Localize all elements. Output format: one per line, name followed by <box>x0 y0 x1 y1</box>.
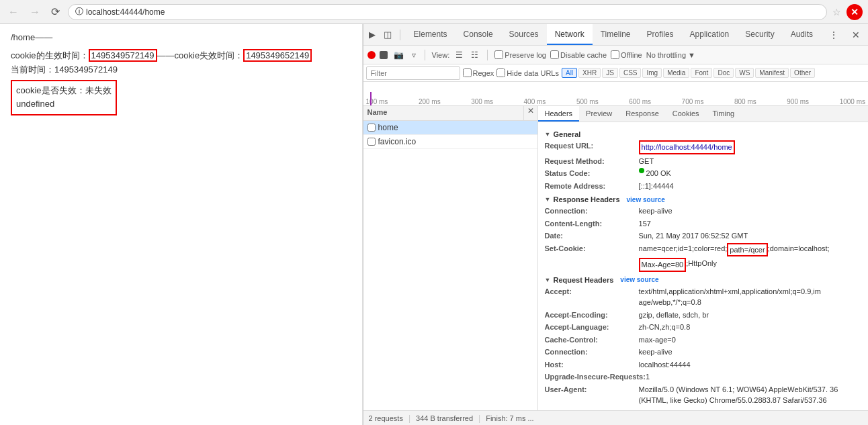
host-label: Host: <box>545 359 639 371</box>
response-view-source[interactable]: view source <box>627 196 665 203</box>
inspect-button[interactable]: ▶ <box>366 28 378 41</box>
headers-content: General Request URL: http://localhost:44… <box>538 122 868 410</box>
tl-700: 700 ms <box>682 98 704 105</box>
request-headers-title[interactable]: Request Headers view source <box>545 276 861 284</box>
filter-doc[interactable]: Doc <box>713 68 734 78</box>
request-item-favicon[interactable]: favicon.ico <box>363 135 537 149</box>
status-code-val: 200 OK <box>646 168 671 179</box>
remote-address-row: Remote Address: [::1]:44444 <box>545 181 861 192</box>
set-cookie-row: Set-Cookie: name=qcer;id=1;color=red;pat… <box>545 243 861 257</box>
resp-connection-val: keep-alive <box>639 205 672 217</box>
filter-media[interactable]: Media <box>663 68 689 78</box>
response-headers-title[interactable]: Response Headers view source <box>545 195 861 203</box>
accept-row: Accept: text/html,application/xhtml+xml,… <box>545 286 861 308</box>
disable-cache-checkbox[interactable]: Disable cache <box>550 50 607 59</box>
general-section-title[interactable]: General <box>545 130 861 138</box>
filter-input[interactable] <box>366 66 460 80</box>
requests-count: 2 requests <box>369 414 403 422</box>
filter-font[interactable]: Font <box>691 68 712 78</box>
grid-view-button[interactable]: ☷ <box>469 50 480 60</box>
request-view-source[interactable]: view source <box>620 276 658 283</box>
tab-elements[interactable]: Elements <box>406 24 455 45</box>
view-label: View: <box>432 51 450 59</box>
browser-bar: ← → ⟳ ⓘ localhost:44444/home ☆ ✕ <box>0 0 868 24</box>
set-cookie-httponly: ;HttpOnly <box>686 258 717 272</box>
request-url-val: http://localhost:44444/home <box>639 140 735 154</box>
content-length-val: 157 <box>639 218 651 230</box>
main-content: /home—— cookie的生效时间：1495349572149——cooki… <box>0 24 868 425</box>
request-item-home[interactable]: home <box>363 121 537 135</box>
filter-css[interactable]: CSS <box>619 68 642 78</box>
lock-icon: ⓘ <box>75 6 83 17</box>
req-checkbox-favicon[interactable] <box>367 138 376 146</box>
network-toolbar: 📷 ▿ View: ☰ ☷ Preserve log Disable cache… <box>363 46 868 64</box>
bookmark-button[interactable]: ☆ <box>832 7 841 17</box>
filter-ws[interactable]: WS <box>735 68 754 78</box>
request-list: Name ✕ home favicon.ico <box>363 106 538 410</box>
host-row: Host: localhost:44444 <box>545 359 861 371</box>
filter-other[interactable]: Other <box>790 68 815 78</box>
cache-control-label: Cache-Control: <box>545 334 639 346</box>
record-button[interactable] <box>367 51 376 59</box>
host-val: localhost:44444 <box>639 359 691 371</box>
status-sep1: | <box>408 414 410 423</box>
detail-tab-headers[interactable]: Headers <box>538 106 580 122</box>
filter-xhr[interactable]: XHR <box>578 68 601 78</box>
back-button[interactable]: ← <box>5 5 21 19</box>
tab-sources[interactable]: Sources <box>501 24 547 45</box>
detail-tab-response[interactable]: Response <box>619 106 666 122</box>
camera-button[interactable]: 📷 <box>392 50 406 60</box>
current-time-label: 当前时间： <box>11 64 54 75</box>
offline-checkbox[interactable]: Offline <box>611 50 642 59</box>
set-cookie-maxage-row: Max-Age=80;HttpOnly <box>545 258 861 272</box>
set-cookie-highlight: path=/qcer <box>727 243 767 257</box>
url-text[interactable]: localhost:44444/home <box>86 7 165 17</box>
cookie-result-label: cookie是否失效：未失效 <box>16 84 112 98</box>
filter-js[interactable]: JS <box>602 68 618 78</box>
extension-button[interactable]: ✕ <box>847 4 863 20</box>
tl-1000: 1000 ms <box>840 98 865 105</box>
filter-bar: Regex Hide data URLs All XHR JS CSS Img … <box>363 64 868 82</box>
accept-label: Accept: <box>545 286 639 308</box>
tab-audits[interactable]: Audits <box>783 24 821 45</box>
req-checkbox-home[interactable] <box>367 124 376 132</box>
forward-button[interactable]: → <box>27 5 43 19</box>
set-cookie-label: Set-Cookie: <box>545 243 639 257</box>
tab-console[interactable]: Console <box>455 24 501 45</box>
filter-button[interactable]: ▿ <box>410 50 418 60</box>
req-connection-label: Connection: <box>545 346 639 358</box>
detail-tab-preview[interactable]: Preview <box>579 106 619 122</box>
request-list-header: Name ✕ <box>363 106 537 121</box>
preserve-log-checkbox[interactable]: Preserve log <box>494 50 546 59</box>
nt-sep2 <box>487 50 488 60</box>
cookie-effective-label: cookie的生效时间： <box>11 50 89 60</box>
filter-img[interactable]: Img <box>642 68 662 78</box>
detail-tabs: Headers Preview Response Cookies Timing <box>538 106 868 122</box>
tab-network[interactable]: Network <box>547 24 593 45</box>
regex-checkbox[interactable]: Regex <box>463 68 494 77</box>
tab-security[interactable]: Security <box>737 24 782 45</box>
user-agent-val: Mozilla/5.0 (Windows NT 6.1; WOW64) Appl… <box>639 384 861 406</box>
cookie-info: cookie的生效时间：1495349572149——cookie失效时间：14… <box>11 49 351 115</box>
status-sep2: | <box>478 414 480 423</box>
status-code-label: Status Code: <box>545 168 639 179</box>
close-devtools-button[interactable]: ✕ <box>847 30 865 40</box>
tab-application[interactable]: Application <box>682 24 738 45</box>
hide-data-checkbox[interactable]: Hide data URLs <box>496 68 559 77</box>
filter-all[interactable]: All <box>562 68 577 78</box>
details-panel: Headers Preview Response Cookies Timing … <box>538 106 868 410</box>
tab-profiles[interactable]: Profiles <box>639 24 682 45</box>
stop-button[interactable] <box>380 51 388 59</box>
tab-timeline[interactable]: Timeline <box>593 24 639 45</box>
request-method-label: Request Method: <box>545 156 639 167</box>
filter-manifest[interactable]: Manifest <box>755 68 789 78</box>
more-tabs-button[interactable]: ⋮ <box>824 30 844 40</box>
detail-tab-timing[interactable]: Timing <box>706 106 742 122</box>
detail-tab-cookies[interactable]: Cookies <box>666 106 706 122</box>
throttle-select[interactable]: No throttling ▼ <box>646 51 695 59</box>
toolbar-separator <box>400 30 400 40</box>
accept-language-row: Accept-Language: zh-CN,zh;q=0.8 <box>545 322 861 333</box>
list-view-button[interactable]: ☰ <box>453 50 465 60</box>
device-toggle-button[interactable]: ◫ <box>381 28 394 41</box>
reload-button[interactable]: ⟳ <box>48 4 62 19</box>
